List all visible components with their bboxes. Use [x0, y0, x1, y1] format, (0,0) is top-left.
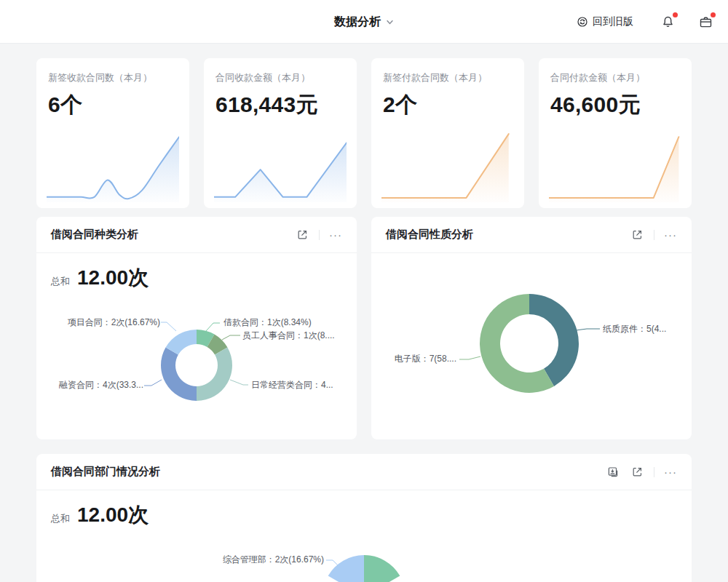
card-header: 借阅合同部门情况分析: [36, 454, 692, 490]
slice-label-electronic[interactable]: 电子版：7(58....: [395, 353, 456, 365]
external-link-icon: [631, 228, 644, 241]
total-line: 总和 12.00次: [36, 253, 357, 292]
slice-label-loan[interactable]: 借款合同：1次(8.34%): [223, 316, 312, 329]
kpi-label: 合同付款金额（本月）: [550, 71, 680, 84]
page-title-group[interactable]: 数据分析: [334, 0, 394, 44]
kpi-card-receipt-amount[interactable]: 合同收款金额（本月） 618,443元: [204, 58, 357, 208]
slice-label-general-admin[interactable]: 综合管理部：2次(16.67%): [223, 554, 324, 566]
dept-row: 借阅合同部门情况分析: [36, 454, 692, 582]
divider: [654, 467, 654, 477]
slice-label-financing[interactable]: 融资合同：4次(33.3...: [59, 379, 143, 391]
kpi-card-new-payment-contracts[interactable]: 新签付款合同数（本月） 2个: [371, 58, 524, 208]
card-tools: ···: [295, 228, 342, 242]
kpi-value: 618,443元: [215, 90, 345, 120]
open-fullscreen-button[interactable]: [630, 228, 644, 242]
top-header: 数据分析 回到旧版: [0, 0, 728, 44]
kpi-sparkline: [47, 128, 179, 202]
restore-icon: [577, 16, 588, 28]
kpi-row: 新签收款合同数（本月） 6个 合同收款金额（本月） 618,443元 新签付款合…: [36, 58, 692, 208]
workbench-badge: [711, 12, 716, 17]
dashboard-content: 新签收款合同数（本月） 6个 合同收款金额（本月） 618,443元 新签付款合…: [0, 44, 728, 582]
back-to-old-label: 回到旧版: [593, 15, 633, 28]
open-fullscreen-button[interactable]: [630, 465, 644, 479]
slice-label-project[interactable]: 项目合同：2次(16.67%): [68, 316, 160, 329]
total-label: 总和: [51, 275, 70, 288]
header-actions: 回到旧版: [577, 0, 715, 44]
total-label: 总和: [51, 512, 70, 525]
kpi-card-new-receipt-contracts[interactable]: 新签收款合同数（本月） 6个: [36, 58, 189, 208]
card-title: 借阅合同种类分析: [51, 228, 138, 242]
download-button[interactable]: [606, 465, 620, 479]
divider: [654, 230, 654, 240]
card-title: 借阅合同性质分析: [386, 228, 473, 242]
more-menu-button[interactable]: ···: [664, 469, 677, 476]
kpi-value: 46,600元: [550, 90, 680, 120]
kpi-value: 2个: [383, 90, 513, 120]
external-link-icon: [631, 466, 644, 478]
slice-label-hr[interactable]: 员工人事合同：1次(8....: [242, 330, 335, 342]
kpi-sparkline: [549, 128, 681, 202]
workbench-button[interactable]: [696, 12, 715, 31]
slice-label-daily-ops[interactable]: 日常经营类合同：4...: [251, 379, 333, 391]
kpi-card-payment-amount[interactable]: 合同付款金额（本月） 46,600元: [539, 58, 692, 208]
card-header: 借阅合同性质分析 ···: [371, 217, 692, 253]
divider: [319, 230, 320, 240]
kpi-value: 6个: [48, 90, 178, 120]
card-header: 借阅合同种类分析 ···: [36, 217, 357, 253]
total-line: 总和 12.00次: [36, 490, 692, 529]
donut-row: 借阅合同种类分析 ··· 总和 12.00次: [36, 217, 692, 439]
external-link-icon: [296, 228, 309, 241]
more-menu-button[interactable]: ···: [329, 231, 342, 239]
total-value: 12.00次: [77, 501, 149, 529]
page-title: 数据分析: [334, 15, 381, 30]
contract-nature-card: 借阅合同性质分析 ···: [371, 217, 692, 439]
card-title: 借阅合同部门情况分析: [51, 465, 160, 479]
download-icon: [606, 466, 620, 479]
slice-label-paper-original[interactable]: 纸质原件：5(4...: [603, 323, 666, 335]
kpi-sparkline: [214, 128, 347, 202]
contract-dept-card: 借阅合同部门情况分析: [36, 454, 692, 582]
more-menu-button[interactable]: ···: [664, 231, 677, 239]
contract-kinds-card: 借阅合同种类分析 ··· 总和 12.00次: [36, 217, 357, 439]
kpi-label: 新签付款合同数（本月）: [383, 71, 513, 84]
card-tools: ···: [630, 228, 677, 242]
kpi-label: 新签收款合同数（本月）: [48, 71, 178, 84]
open-fullscreen-button[interactable]: [295, 228, 309, 242]
back-to-old-version-button[interactable]: 回到旧版: [577, 15, 633, 28]
notification-badge: [673, 12, 678, 17]
kpi-sparkline: [381, 128, 514, 202]
chevron-down-icon: [386, 18, 394, 26]
notifications-button[interactable]: [658, 12, 677, 31]
card-tools: ···: [606, 465, 677, 479]
total-value: 12.00次: [77, 264, 149, 292]
kpi-label: 合同收款金额（本月）: [215, 71, 345, 84]
app-root: 数据分析 回到旧版: [0, 0, 728, 582]
